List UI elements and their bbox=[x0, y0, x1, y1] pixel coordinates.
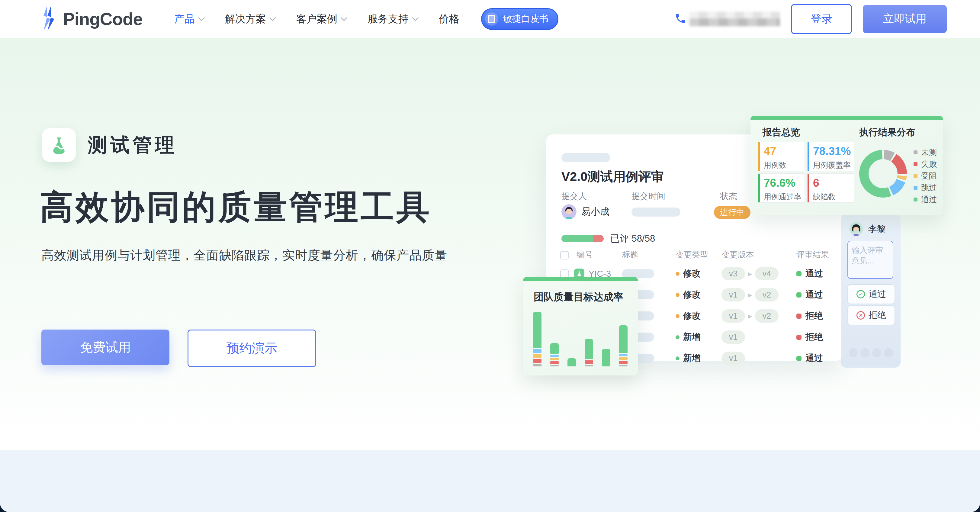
bar-segment-失败 bbox=[533, 359, 541, 363]
legend-swatch bbox=[913, 174, 918, 178]
status-badge: 进行中 bbox=[714, 206, 751, 219]
review-progress: 已评 58/58 bbox=[562, 232, 655, 245]
arrow-right-icon: ▸ bbox=[748, 290, 752, 300]
legend-label: 受阻 bbox=[921, 171, 937, 181]
progress-done-segment bbox=[562, 235, 593, 242]
legend-swatch bbox=[913, 162, 918, 166]
legend-label: 跳过 bbox=[921, 183, 937, 193]
avatar-placeholder-dots bbox=[849, 348, 893, 357]
review-result-cell: 拒绝 bbox=[796, 331, 823, 343]
change-type-dot bbox=[676, 356, 679, 360]
stat-tile: 6缺陷数 bbox=[807, 173, 854, 203]
bar-1 bbox=[533, 312, 541, 366]
nav-item-label: 产品 bbox=[174, 12, 195, 26]
arrow-right-icon: ▸ bbox=[748, 312, 752, 321]
stat-label: 缺陷数 bbox=[813, 192, 854, 202]
change-type: 修改 bbox=[683, 310, 701, 322]
change-type-cell: 新增 bbox=[676, 352, 701, 364]
legend-item: 跳过 bbox=[913, 182, 937, 194]
change-type-cell: 修改 bbox=[676, 289, 701, 301]
result-bullet bbox=[796, 271, 802, 277]
change-type-dot bbox=[676, 314, 679, 318]
bar-segment-跳过 bbox=[533, 349, 541, 353]
approve-button[interactable]: ✓ 通过 bbox=[848, 284, 895, 304]
chevron-down-icon bbox=[412, 14, 418, 21]
nav-right: 登录 立即试用 bbox=[675, 4, 947, 34]
nav-item-0[interactable]: 产品 bbox=[174, 12, 204, 26]
page-title: 高效协同的质量管理工具 bbox=[40, 185, 432, 230]
nav-item-3[interactable]: 服务支持 bbox=[368, 12, 418, 26]
change-version-cell: v1 bbox=[721, 331, 745, 344]
column-header: 编号 bbox=[576, 249, 593, 260]
change-type-dot bbox=[676, 335, 679, 339]
submitter-label: 提交人 bbox=[562, 191, 587, 202]
report-title: 报告总览 bbox=[762, 126, 800, 138]
bar-3 bbox=[568, 358, 576, 366]
bar-segment-未测 bbox=[550, 365, 559, 366]
submitter-avatar bbox=[562, 204, 576, 219]
try-now-button[interactable]: 立即试用 bbox=[863, 5, 947, 33]
nav-item-label: 服务支持 bbox=[368, 12, 409, 26]
progress-bar bbox=[562, 235, 604, 242]
stat-value: 6 bbox=[813, 177, 854, 189]
hero-ctas: 免费试用 预约演示 bbox=[41, 329, 316, 367]
bar-segment-通过 bbox=[550, 343, 559, 354]
bar-segment-跳过 bbox=[550, 355, 559, 357]
phone-icon bbox=[675, 13, 686, 25]
legend-item: 通过 bbox=[913, 194, 937, 205]
reviewer-name: 李黎 bbox=[868, 223, 886, 235]
result-bullet bbox=[796, 313, 802, 319]
nav-menu: 产品解决方案客户案例服务支持价格 bbox=[174, 12, 459, 26]
review-comment-input[interactable] bbox=[848, 241, 893, 279]
legend-swatch bbox=[913, 197, 918, 202]
stat-accent-bar bbox=[808, 174, 809, 202]
column-header: 变更类型 bbox=[676, 249, 708, 260]
review-result: 通过 bbox=[805, 268, 823, 280]
review-result: 拒绝 bbox=[805, 310, 823, 322]
legend-item: 受阻 bbox=[913, 170, 937, 182]
chevron-down-icon bbox=[340, 14, 347, 21]
stat-label: 用例通过率 bbox=[764, 192, 805, 202]
phone-contact[interactable] bbox=[675, 12, 780, 26]
stat-accent-bar bbox=[758, 142, 760, 171]
change-version-cell: v1 bbox=[721, 351, 745, 365]
free-trial-button[interactable]: 免费试用 bbox=[41, 329, 169, 365]
review-result: 拒绝 bbox=[805, 331, 823, 343]
whitepaper-badge[interactable]: 敏捷白皮书 bbox=[481, 8, 558, 30]
row-checkbox[interactable] bbox=[560, 269, 569, 278]
stat-label: 用例数 bbox=[764, 160, 805, 170]
bar-segment-通过 bbox=[602, 349, 610, 366]
result-bullet bbox=[796, 356, 802, 361]
quality-goal-card: 团队质量目标达成率 bbox=[523, 277, 638, 375]
legend-label: 通过 bbox=[921, 194, 937, 205]
x-circle-icon: ✕ bbox=[856, 311, 865, 320]
book-demo-button[interactable]: 预约演示 bbox=[188, 329, 316, 367]
check-circle-icon: ✓ bbox=[856, 290, 865, 299]
brand-logo[interactable]: PingCode bbox=[41, 5, 143, 33]
change-version-cell: v1▸v2 bbox=[721, 309, 779, 323]
legend-label: 失败 bbox=[921, 159, 937, 169]
nav-item-1[interactable]: 解决方案 bbox=[225, 12, 275, 26]
column-header: 标题 bbox=[622, 249, 638, 260]
chevron-down-icon bbox=[198, 14, 205, 21]
nav-item-4[interactable]: 价格 bbox=[439, 12, 459, 26]
reject-button[interactable]: ✕ 拒绝 bbox=[848, 305, 895, 325]
nav-item-2[interactable]: 客户案例 bbox=[296, 12, 347, 26]
time-label: 提交时间 bbox=[632, 191, 665, 202]
pingcode-logo-icon bbox=[41, 5, 58, 33]
login-button[interactable]: 登录 bbox=[791, 4, 852, 34]
approve-label: 通过 bbox=[869, 288, 886, 300]
bar-segment-受阻 bbox=[619, 357, 628, 360]
progress-remaining-segment bbox=[593, 235, 604, 242]
bar-2 bbox=[550, 343, 559, 366]
bar-segment-通过 bbox=[568, 358, 576, 366]
change-type-cell: 修改 bbox=[676, 310, 701, 322]
version-chip: v3 bbox=[721, 267, 745, 280]
nav-item-label: 客户案例 bbox=[296, 12, 337, 26]
review-side-panel: 李黎 ✓ 通过 ✕ 拒绝 bbox=[841, 214, 900, 367]
review-result: 通过 bbox=[805, 352, 823, 364]
header-checkbox[interactable] bbox=[560, 251, 569, 259]
whitepaper-label: 敏捷白皮书 bbox=[503, 13, 549, 25]
bar-segment-受阻 bbox=[533, 354, 541, 358]
report-stats: 47用例数78.31%用例覆盖率76.6%用例通过率6缺陷数 bbox=[758, 142, 854, 203]
